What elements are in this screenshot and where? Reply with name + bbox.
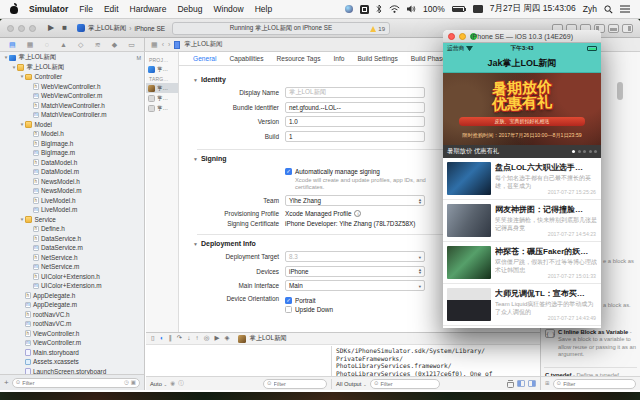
library-filter-field[interactable]: ⊙ [553,379,636,389]
navigator-file-row[interactable]: hLiveModel.h [0,196,144,206]
auto-signing-checkbox-row[interactable]: ✓ Automatically manage signing [285,168,455,175]
pause-icon[interactable]: ∥ [169,335,172,342]
menu-clock[interactable]: 7月27日 周四 15:43:06 [490,3,576,15]
checkbox-checked-icon[interactable]: ✓ [285,168,292,175]
console-output[interactable]: SDKs/iPhoneSimulator.sdk/System/Library/… [332,346,540,376]
scm-status-icon[interactable]: ▣ [131,380,136,386]
navigator-file-row[interactable]: hDefine.h [0,224,144,234]
navigator-file-row[interactable]: mMatchViewController.m [0,110,144,120]
menu-item-simulator[interactable]: Simulator [29,4,68,14]
navigator-file-row[interactable]: mNetService.m [0,262,144,272]
carousel-dot[interactable] [589,150,592,153]
tab-resource-tags[interactable]: Resource Tags [277,55,321,62]
show-only-icon[interactable]: ◉ [170,381,175,387]
navigator-file-row[interactable]: hModel.h [0,129,144,139]
carousel-dot[interactable] [583,150,586,153]
navigator-file-row[interactable]: ▼Model [0,120,144,130]
volume-icon[interactable] [407,5,416,13]
variables-filter-field[interactable]: ⊙ [263,379,327,389]
scrollbar[interactable] [617,82,623,100]
toggle-console-pane-icon[interactable] [528,380,536,387]
navigator-file-row[interactable]: mWebViewController.m [0,91,144,101]
navigator-file-row[interactable]: ▼Controller [0,72,144,82]
related-items-icon[interactable]: ▦ [151,41,158,48]
team-dropdown[interactable]: Yihe Zhang▲▼ [285,195,425,206]
breakpoint-navigator-icon[interactable]: ◆ [112,41,117,48]
add-button[interactable]: + [4,379,9,387]
navigator-file-row[interactable]: mDataModel.m [0,167,144,177]
promo-banner[interactable]: 暑期放价 优惠有礼 皮肤、宝典折扣好礼相送 限时抢购时间：2017年7月26日1… [443,73,601,145]
upsidedown-checkbox-row[interactable]: Upside Down [285,306,333,313]
console-filter-field[interactable]: ⊙ [370,379,440,389]
navigator-file-row[interactable]: hUIColor+Extension.h [0,272,144,282]
library-grid-icon[interactable]: ⊞ [545,381,550,387]
devices-dropdown[interactable]: iPhone▲▼ [285,266,425,277]
build-field[interactable]: 1 [285,131,425,142]
carousel-dot[interactable] [572,150,575,153]
navigator-file-row[interactable]: mUIColor+Extension.m [0,281,144,291]
bluetooth-icon[interactable] [376,4,382,14]
forward-icon[interactable]: › [168,41,170,48]
library-filter-input[interactable] [563,381,632,387]
stop-button[interactable]: ■ [62,24,67,32]
spotlight-search-icon[interactable] [604,5,613,14]
tab-info[interactable]: Info [333,55,344,62]
project-item[interactable]: 掌… [146,64,178,74]
navigator-file-row[interactable]: hBigImage.h [0,139,144,149]
target-item-uitests[interactable]: 掌… [146,103,178,113]
variables-view[interactable] [146,346,332,376]
navigator-file-row[interactable]: mLiveModel.m [0,205,144,215]
scheme-selector[interactable]: 掌上LOL新闻 › iPhone SE [77,24,165,33]
run-button[interactable]: ▶ [48,24,54,32]
zoom-button[interactable] [29,25,36,32]
display-icon[interactable] [473,5,483,13]
version-field[interactable]: 1.0 [285,116,425,127]
snippet-item[interactable]: { } C Inline Block as Variable - Save a … [545,329,637,358]
checkbox-checked-icon[interactable]: ✓ [285,297,292,304]
navigator-file-row[interactable]: LaunchScreen.storyboard [0,367,144,375]
find-navigator-icon[interactable]: ◌ [45,41,49,48]
user-name[interactable]: Zyh [583,4,597,14]
debug-process-chip[interactable]: 掌上LOL新闻 [238,334,286,343]
bundle-id-field[interactable]: net.gfound.--LOL-- [285,102,425,113]
navigator-file-row[interactable]: hDataService.h [0,234,144,244]
carousel-dot[interactable] [594,150,597,153]
news-item[interactable]: 神探苍：碾压Faker的妖…双倍僵尸跳，假装打不过等等博心理战术让韩国忠2017… [443,242,601,284]
navigator-file-row[interactable]: ▼掌上LOL新闻 [0,63,144,73]
menu-item-debug[interactable]: Debug [177,4,202,14]
navigator-file-row[interactable]: hrootNavVC.h [0,310,144,320]
target-item-tests[interactable]: 掌… [146,93,178,103]
toggle-utilities-button[interactable] [622,24,633,33]
location-icon[interactable]: ◈ [224,335,229,342]
warning-badge[interactable]: 19 [370,26,385,32]
symbol-navigator-icon[interactable]: ▦ [27,41,34,48]
notification-center-icon[interactable] [620,5,630,13]
recent-files-icon[interactable]: ◷ [124,380,129,386]
apple-menu-icon[interactable] [10,4,19,14]
issue-navigator-icon[interactable]: ▲ [60,41,67,48]
memory-debugger-icon[interactable]: ▶ [214,335,219,342]
news-item[interactable]: 盘点LOL六大职业选手…每个知名选手都有自己最不擅长的英雄，甚至成为2017-0… [443,158,601,200]
navigator-file-row[interactable]: hNetService.h [0,253,144,263]
project-navigator-icon[interactable]: ▤ [9,41,16,48]
input-source-icon[interactable] [360,5,369,14]
navigator-file-row[interactable]: ▼掌上LOL新闻M [0,53,144,63]
navigator-filter-input[interactable] [22,380,122,386]
variables-filter-input[interactable] [274,381,323,387]
navigator-file-row[interactable]: mBigImage.m [0,148,144,158]
navigator-file-row[interactable]: hWebViewController.h [0,82,144,92]
menu-item-hardware[interactable]: Hardware [130,4,167,14]
navigator-file-row[interactable]: hNewsModel.h [0,177,144,187]
clear-console-icon[interactable] [507,380,514,388]
menu-item-window[interactable]: Window [213,4,243,14]
navigator-file-row[interactable]: ▼Service [0,215,144,225]
navigator-file-row[interactable]: mNewsModel.m [0,186,144,196]
toggle-variables-pane-icon[interactable] [517,380,525,387]
news-item[interactable]: 大师兄调侃TL：宣布买…Team Liquid疯狂签约选手的举动成为了众人调侃的… [443,284,601,326]
info-icon[interactable]: i [354,210,361,217]
checkbox-unchecked-icon[interactable] [285,306,292,313]
console-scope-button[interactable]: All Output ⌄ [336,381,367,387]
carousel-dot[interactable] [578,150,581,153]
navigator-file-row[interactable]: mViewController.m [0,338,144,348]
target-item-app[interactable]: 掌… [146,83,178,93]
